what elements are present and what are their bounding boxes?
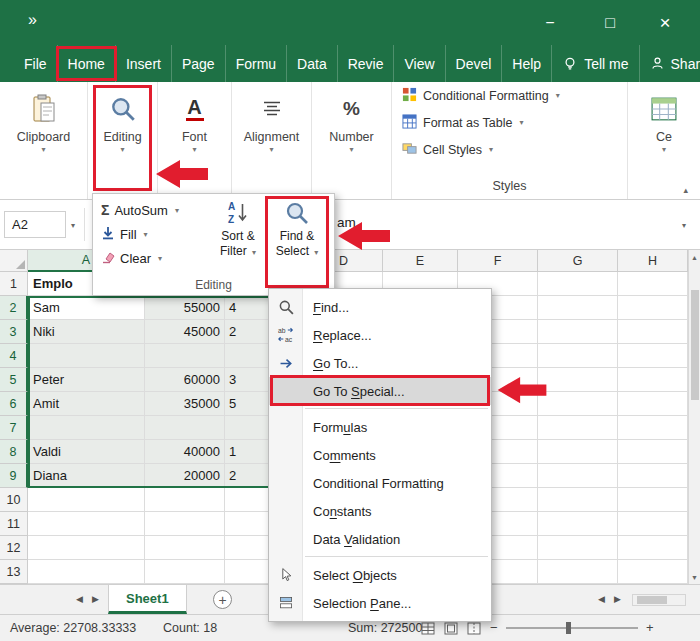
grid-cell-G10[interactable] <box>538 488 618 512</box>
row-header-7[interactable]: 7 <box>0 416 28 440</box>
menu-item-comments[interactable]: Comments <box>269 441 491 469</box>
maximize-button[interactable]: □ <box>587 0 633 45</box>
grid-cell-H9[interactable] <box>618 464 688 488</box>
hscroll-left-icon[interactable]: ◀ <box>598 594 605 604</box>
grid-cell-H2[interactable] <box>618 296 688 320</box>
column-header-E[interactable]: E <box>383 250 458 272</box>
clipboard-group[interactable]: Clipboard ▾ <box>0 82 88 199</box>
scroll-down-icon[interactable]: ▼ <box>689 570 700 584</box>
new-sheet-button[interactable]: + <box>213 590 232 609</box>
grid-cell-H12[interactable] <box>618 536 688 560</box>
menu-item-constants[interactable]: Constants <box>269 497 491 525</box>
collapse-ribbon-icon[interactable]: ▴ <box>683 185 688 195</box>
grid-cell-H4[interactable] <box>618 344 688 368</box>
grid-cell-B8[interactable]: 40000 <box>145 440 225 464</box>
row-header-10[interactable]: 10 <box>0 488 28 512</box>
formula-bar-text[interactable]: am <box>337 215 356 230</box>
grid-cell-G11[interactable] <box>538 512 618 536</box>
grid-cell-A12[interactable] <box>28 536 145 560</box>
grid-cell-H3[interactable] <box>618 320 688 344</box>
conditional-formatting-button[interactable]: Conditional Formatting ▾ <box>402 83 560 109</box>
grid-cell-A9[interactable]: Diana <box>28 464 145 488</box>
row-header-11[interactable]: 11 <box>0 512 28 536</box>
grid-cell-A6[interactable]: Amit <box>28 392 145 416</box>
grid-cell-G8[interactable] <box>538 440 618 464</box>
tab-help[interactable]: Help <box>502 45 552 82</box>
name-box[interactable]: A2 <box>4 211 66 238</box>
grid-cell-B6[interactable]: 35000 <box>145 392 225 416</box>
grid-cell-G5[interactable] <box>538 368 618 392</box>
grid-cell-B3[interactable]: 45000 <box>145 320 225 344</box>
page-break-view-icon[interactable] <box>466 621 482 636</box>
zoom-slider-thumb[interactable] <box>566 622 571 634</box>
grid-cell-G1[interactable] <box>538 272 618 296</box>
row-header-8[interactable]: 8 <box>0 440 28 464</box>
font-group[interactable]: A Font ▾ <box>158 82 232 199</box>
grid-cell-G6[interactable] <box>538 392 618 416</box>
cell-styles-button[interactable]: Cell Styles ▾ <box>402 137 493 163</box>
normal-view-icon[interactable] <box>420 621 436 636</box>
grid-cell-B5[interactable]: 60000 <box>145 368 225 392</box>
row-header-6[interactable]: 6 <box>0 392 28 416</box>
grid-cell-A10[interactable] <box>28 488 145 512</box>
grid-cell-B4[interactable] <box>145 344 225 368</box>
hscroll-right-icon[interactable]: ▶ <box>614 594 621 604</box>
column-header-F[interactable]: F <box>458 250 538 272</box>
tab-data[interactable]: Data <box>287 45 338 82</box>
zoom-in-button[interactable]: + <box>646 620 654 635</box>
grid-cell-H13[interactable] <box>618 560 688 584</box>
grid-cell-B9[interactable]: 20000 <box>145 464 225 488</box>
menu-item-data-validation[interactable]: Data Validation <box>269 525 491 553</box>
row-header-9[interactable]: 9 <box>0 464 28 488</box>
tell-me-button[interactable]: Tell me <box>552 45 639 82</box>
tab-developer[interactable]: Devel <box>446 45 503 82</box>
select-all-corner[interactable] <box>0 250 28 272</box>
menu-item-selection-pane[interactable]: Selection Pane... <box>269 589 491 617</box>
grid-cell-H1[interactable] <box>618 272 688 296</box>
grid-cell-G3[interactable] <box>538 320 618 344</box>
tab-view[interactable]: View <box>394 45 445 82</box>
row-header-5[interactable]: 5 <box>0 368 28 392</box>
grid-cell-A8[interactable]: Valdi <box>28 440 145 464</box>
scrollbar-thumb[interactable] <box>691 290 699 400</box>
vertical-scrollbar[interactable]: ▲ ▼ <box>688 250 700 584</box>
grid-cell-B13[interactable] <box>145 560 225 584</box>
format-as-table-button[interactable]: Format as Table ▾ <box>402 110 523 136</box>
tab-insert[interactable]: Insert <box>116 45 172 82</box>
grid-cell-H6[interactable] <box>618 392 688 416</box>
grid-cell-A11[interactable] <box>28 512 145 536</box>
find-select-button[interactable]: Find & Select ▾ <box>269 199 325 260</box>
number-group[interactable]: % Number ▾ <box>312 82 392 199</box>
sheet-prev-icon[interactable]: ◀ <box>76 594 83 604</box>
sort-filter-button[interactable]: AZ Sort & Filter ▾ <box>209 199 267 260</box>
zoom-slider[interactable] <box>506 627 638 629</box>
cells-group[interactable]: Ce ▾ <box>628 82 700 199</box>
menu-item-conditional-formatting[interactable]: Conditional Formatting <box>269 469 491 497</box>
row-header-3[interactable]: 3 <box>0 320 28 344</box>
grid-cell-G9[interactable] <box>538 464 618 488</box>
grid-cell-B7[interactable] <box>145 416 225 440</box>
tab-page-layout[interactable]: Page <box>172 45 226 82</box>
grid-cell-A4[interactable] <box>28 344 145 368</box>
grid-cell-H8[interactable] <box>618 440 688 464</box>
grid-cell-B11[interactable] <box>145 512 225 536</box>
scroll-up-icon[interactable]: ▲ <box>689 250 700 264</box>
row-header-12[interactable]: 12 <box>0 536 28 560</box>
grid-cell-G7[interactable] <box>538 416 618 440</box>
horizontal-scrollbar[interactable] <box>632 594 686 606</box>
grid-cell-H5[interactable] <box>618 368 688 392</box>
row-header-1[interactable]: 1 <box>0 272 28 296</box>
menu-item-go-to-special[interactable]: Go To Special... <box>269 377 491 405</box>
alignment-group[interactable]: Alignment ▾ <box>232 82 312 199</box>
zoom-out-button[interactable]: − <box>490 620 498 635</box>
column-header-G[interactable]: G <box>538 250 618 272</box>
clear-button[interactable]: Clear ▾ <box>101 248 162 268</box>
grid-cell-A5[interactable]: Peter <box>28 368 145 392</box>
chevron-down-icon[interactable]: ▾ <box>71 221 75 230</box>
tab-formulas[interactable]: Formu <box>226 45 287 82</box>
grid-cell-H11[interactable] <box>618 512 688 536</box>
grid-cell-A7[interactable] <box>28 416 145 440</box>
grid-cell-A3[interactable]: Niki <box>28 320 145 344</box>
chevron-down-icon[interactable]: ▾ <box>682 221 686 230</box>
grid-cell-B12[interactable] <box>145 536 225 560</box>
